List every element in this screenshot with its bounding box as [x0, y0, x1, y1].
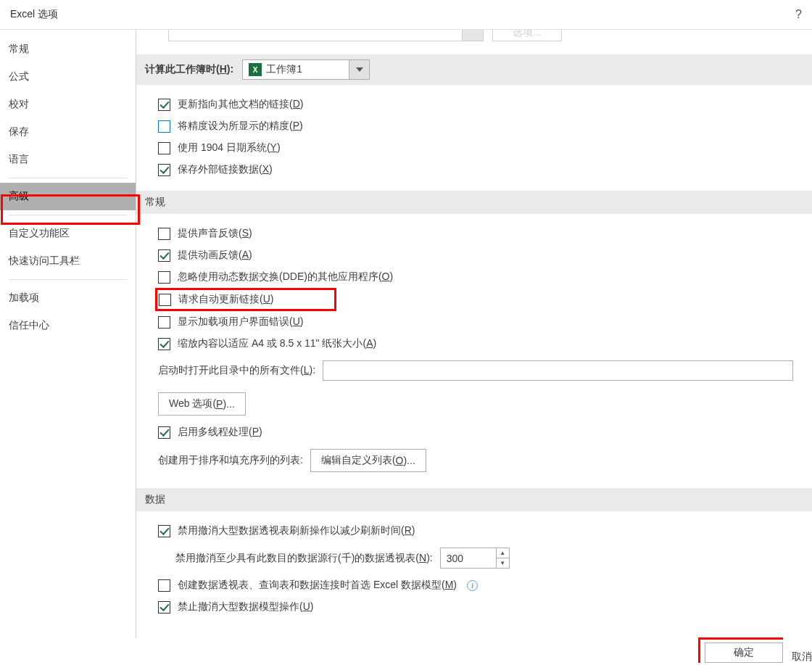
section-data-label: 数据	[145, 493, 165, 506]
cancel-button-partial[interactable]: 取消	[792, 650, 812, 664]
workbook-combo[interactable]: X 工作簿1	[242, 59, 370, 80]
data-option-disable-undo-pivot[interactable]: 禁用撤消大型数据透视表刷新操作以减少刷新时间(R)	[158, 520, 793, 542]
section-calc-header: 计算此工作簿时(H): X 工作簿1	[136, 54, 812, 85]
calc-option-2[interactable]: 使用 1904 日期系统(Y)	[158, 137, 793, 159]
checkbox[interactable]	[158, 338, 170, 350]
sidebar-item-formulas[interactable]: 公式	[0, 63, 136, 91]
checkbox-label: 禁止撤消大型数据模型操作(U)	[178, 600, 313, 614]
checkbox-label: 缩放内容以适应 A4 或 8.5 x 11" 纸张大小(A)	[178, 337, 376, 350]
excel-icon: X	[249, 63, 262, 76]
ok-button[interactable]: 确定	[705, 643, 783, 663]
workbook-combo-button[interactable]	[349, 59, 370, 80]
checkbox[interactable]	[158, 316, 170, 329]
checkbox-label: 禁用撤消大型数据透视表刷新操作以减少刷新时间(R)	[178, 524, 415, 537]
content-panel: 选项... 计算此工作簿时(H): X 工作簿1 更新指向其他文档的链接(D	[136, 30, 812, 638]
faded-button[interactable]: 选项...	[492, 30, 562, 41]
sidebar-item-save[interactable]: 保存	[0, 118, 136, 146]
checkbox-label: 忽略使用动态数据交换(DDE)的其他应用程序(O)	[178, 270, 393, 284]
pivot-threshold-row: 禁用撤消至少具有此数目的数据源行(千)的数据透视表(N):300▲▼	[175, 542, 793, 574]
calc-option-3[interactable]: 保存外部链接数据(X)	[158, 159, 793, 181]
general-option-0[interactable]: 提供声音反馈(S)	[158, 223, 793, 244]
checkbox-label: 显示加载项用户界面错误(U)	[178, 315, 303, 329]
checkbox[interactable]	[158, 99, 170, 111]
pivot-threshold-spinner[interactable]: 300▲▼	[440, 548, 510, 569]
faded-dropdown-button[interactable]	[462, 30, 484, 41]
sidebar-item-customize-ribbon[interactable]: 自定义功能区	[0, 220, 136, 247]
checkbox[interactable]	[158, 601, 170, 614]
checkbox[interactable]	[158, 228, 170, 240]
checkbox[interactable]	[158, 525, 170, 537]
spinner-value[interactable]: 300	[441, 548, 496, 568]
section-general-label: 常规	[145, 196, 165, 209]
custom-list-row: 创建用于排序和填充序列的列表:编辑自定义列表(O)...	[158, 443, 793, 478]
help-icon[interactable]: ?	[795, 8, 802, 21]
checkbox[interactable]	[158, 120, 170, 133]
startup-files-row: 启动时打开此目录中的所有文件(L):	[158, 355, 793, 387]
checkbox[interactable]	[158, 271, 170, 284]
ok-button-highlight: 确定	[698, 637, 783, 663]
edit-custom-list-button[interactable]: 编辑自定义列表(O)...	[310, 449, 426, 472]
sidebar: 常规 公式 校对 保存 语言 高级 自定义功能区 快速访问工具栏 加载项 信任中…	[0, 30, 136, 638]
partial-top-row: 选项...	[136, 30, 812, 50]
spinner-up-icon[interactable]: ▲	[497, 548, 509, 558]
checkbox[interactable]	[158, 249, 170, 262]
startup-label: 启动时打开此目录中的所有文件(L):	[158, 364, 315, 377]
spinner-down-icon[interactable]: ▼	[497, 558, 509, 568]
checkbox-label: 将精度设为所显示的精度(P)	[178, 120, 303, 133]
sidebar-item-addins[interactable]: 加载项	[0, 284, 136, 312]
web-options-row: Web 选项(P)...	[158, 387, 793, 421]
general-option-3[interactable]: 请求自动更新链接(U)	[155, 288, 336, 311]
section-data-header: 数据	[136, 488, 812, 511]
chevron-down-icon	[356, 67, 363, 72]
checkbox-label: 启用多线程处理(P)	[178, 426, 262, 439]
workbook-name: 工作簿1	[266, 63, 302, 76]
faded-combo[interactable]	[168, 30, 463, 41]
web-options-button[interactable]: Web 选项(P)...	[158, 392, 246, 416]
footer-bar: 确定 取消	[0, 637, 812, 665]
data-option-disable-undo-datamodel[interactable]: 禁止撤消大型数据模型操作(U)	[158, 596, 793, 618]
sidebar-item-trust-center[interactable]: 信任中心	[0, 312, 136, 339]
checkbox-label: 使用 1904 日期系统(Y)	[178, 141, 281, 154]
checkbox[interactable]	[158, 164, 170, 176]
general-option-4[interactable]: 显示加载项用户界面错误(U)	[158, 311, 793, 333]
custom-list-label: 创建用于排序和填充序列的列表:	[158, 454, 303, 467]
checkbox-label: 创建数据透视表、查询表和数据连接时首选 Excel 数据模型(M)	[178, 579, 457, 592]
calc-option-0[interactable]: 更新指向其他文档的链接(D)	[158, 94, 793, 115]
data-option-prefer-data-model[interactable]: 创建数据透视表、查询表和数据连接时首选 Excel 数据模型(M)i	[158, 574, 793, 596]
multi-thread-option[interactable]: 启用多线程处理(P)	[158, 421, 793, 443]
general-option-5[interactable]: 缩放内容以适应 A4 或 8.5 x 11" 纸张大小(A)	[158, 333, 793, 355]
pivot-threshold-label: 禁用撤消至少具有此数目的数据源行(千)的数据透视表(N):	[175, 552, 433, 565]
checkbox[interactable]	[159, 294, 171, 306]
sidebar-divider	[9, 279, 127, 280]
sidebar-divider	[9, 215, 127, 215]
sidebar-divider	[9, 178, 127, 178]
sidebar-item-language[interactable]: 语言	[0, 146, 136, 173]
general-option-2[interactable]: 忽略使用动态数据交换(DDE)的其他应用程序(O)	[158, 266, 793, 288]
checkbox-label: 提供声音反馈(S)	[178, 227, 252, 240]
window-title: Excel 选项	[10, 8, 58, 21]
sidebar-item-advanced[interactable]: 高级	[0, 183, 136, 210]
checkbox[interactable]	[158, 426, 170, 439]
section-calc-label: 计算此工作簿时(H):	[145, 63, 233, 76]
sidebar-item-proofing[interactable]: 校对	[0, 91, 136, 118]
calc-option-1[interactable]: 将精度设为所显示的精度(P)	[158, 115, 793, 137]
sidebar-item-general[interactable]: 常规	[0, 36, 136, 63]
sidebar-item-quick-access[interactable]: 快速访问工具栏	[0, 247, 136, 275]
checkbox-label: 保存外部链接数据(X)	[178, 163, 273, 176]
info-icon[interactable]: i	[467, 580, 478, 591]
checkbox-label: 提供动画反馈(A)	[178, 249, 252, 262]
faded-label	[155, 30, 158, 33]
checkbox-label: 请求自动更新链接(U)	[178, 293, 273, 306]
checkbox[interactable]	[158, 579, 170, 592]
section-general-header: 常规	[136, 191, 812, 214]
startup-folder-input[interactable]	[323, 360, 793, 381]
checkbox-label: 更新指向其他文档的链接(D)	[178, 98, 303, 111]
checkbox[interactable]	[158, 142, 170, 154]
general-option-1[interactable]: 提供动画反馈(A)	[158, 244, 793, 266]
